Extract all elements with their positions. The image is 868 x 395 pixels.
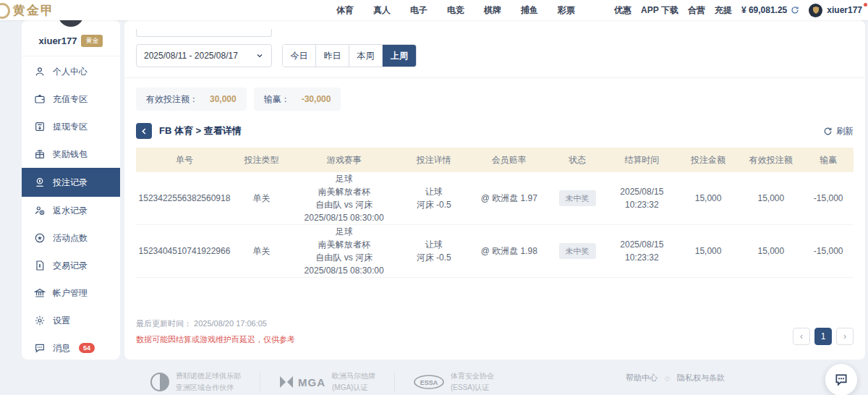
chevron-down-icon	[255, 51, 264, 60]
settle-clock: 10:23:32	[625, 252, 659, 263]
quick-this-week-button[interactable]: 本周	[349, 45, 383, 67]
cell-member-odds: @ 欧洲盘 1.97	[469, 192, 548, 205]
mga-logo-text: MGA	[298, 376, 326, 388]
refresh-balance-icon[interactable]	[791, 6, 799, 14]
sidebar-item-label: 奖励钱包	[53, 148, 88, 161]
privacy-terms-link[interactable]: 隐私权与条款	[677, 373, 725, 383]
link-app-download[interactable]: APP 下载	[641, 4, 678, 17]
chat-button[interactable]	[825, 364, 857, 395]
nav-item-slots[interactable]: 电子	[410, 4, 427, 17]
chevron-left-icon	[140, 127, 149, 136]
cell-status: 未中奖	[548, 190, 605, 207]
quick-yesterday-button[interactable]: 昨日	[316, 45, 349, 67]
nav-item-sports[interactable]: 体育	[336, 4, 354, 17]
date-range-select[interactable]: 2025/08/11 - 2025/08/17	[136, 44, 272, 67]
nav-item-fishing[interactable]: 捕鱼	[521, 4, 538, 17]
cell-bet-type: 单关	[233, 192, 290, 205]
help-center-link[interactable]: 帮助中心	[626, 373, 658, 383]
gear-icon	[34, 315, 46, 326]
filter-row: 2025/08/11 - 2025/08/17 今日 昨日 本周 上周	[136, 44, 854, 67]
date-range-value: 2025/08/11 - 2025/08/17	[144, 51, 238, 61]
sidebar-item-reward-wallet[interactable]: 奖励钱包	[22, 140, 120, 168]
quick-today-button[interactable]: 今日	[283, 45, 316, 67]
nav-item-live[interactable]: 真人	[373, 4, 391, 17]
cell-settle-time: 2025/08/15 10:23:32	[606, 185, 678, 211]
message-count-badge: 54	[79, 343, 95, 353]
avatar	[809, 4, 822, 17]
sidebar-item-settings[interactable]: 设置	[22, 307, 120, 334]
platform-select-cutoff[interactable]	[136, 29, 272, 37]
sidebar-item-rebate-records[interactable]: 返水记录	[22, 197, 120, 224]
cert-text: 欧洲马尔他牌 (MGA)认证	[332, 370, 375, 394]
col-bet-detail: 投注详情	[398, 154, 469, 166]
sidebar-item-activity-points[interactable]: 活动点数	[22, 224, 120, 252]
valid-bet-label: 有效投注额：	[146, 93, 198, 106]
cert-feyenoord: 费耶诺德足球俱乐部 亚洲区域合作伙伴	[150, 370, 241, 394]
cell-game-event: 足球 南美解放者杯 自由队 vs 河床 2025/08/15 08:30:00	[290, 172, 398, 224]
user-menu[interactable]: xiuer177	[809, 4, 862, 17]
vip-level-badge: 黄金	[81, 35, 103, 47]
event-teams: 自由队 vs 河床	[315, 252, 373, 263]
sidebar-item-messages[interactable]: 消息 54	[22, 334, 120, 360]
essa-logo-icon: ESSA	[414, 375, 444, 389]
sidebar-item-personal-center[interactable]: 个人中心	[22, 58, 120, 85]
balance-display[interactable]: ¥ 69,081.25	[741, 5, 799, 15]
cell-bet-amount: 15,000	[678, 192, 739, 205]
sidebar-item-deposit[interactable]: 充值专区	[22, 85, 120, 113]
page-1-button[interactable]: 1	[814, 328, 832, 345]
sidebar-item-account-management[interactable]: 帐户管理	[22, 279, 120, 307]
site-logo[interactable]: 黄金甲	[4, 2, 54, 19]
event-league: 南美解放者杯	[318, 187, 370, 197]
cert-separator	[260, 372, 260, 392]
quick-date-group: 今日 昨日 本周 上周	[282, 44, 417, 67]
cert-line1: 费耶诺德足球俱乐部	[176, 372, 241, 380]
refresh-label: 刷新	[836, 125, 854, 137]
user-icon	[34, 66, 46, 77]
nav-item-esports[interactable]: 电竞	[447, 4, 464, 17]
col-bet-amount: 投注金额	[678, 154, 739, 166]
header-right: 优惠 APP 下载 合营 充提 ¥ 69,081.25 xiuer177	[614, 0, 862, 20]
sidebar-item-transaction-records[interactable]: 交易记录	[22, 252, 120, 279]
main-nav: 体育 真人 电子 电竞 棋牌 捕鱼 彩票	[336, 0, 575, 20]
cell-winloss: -15,000	[803, 192, 853, 205]
back-button[interactable]	[136, 123, 152, 139]
cert-logos: 费耶诺德足球俱乐部 亚洲区域合作伙伴 MGA 欧洲马尔他牌 (MGA)认证 ES…	[150, 370, 494, 394]
link-deposit-withdraw[interactable]: 充提	[715, 4, 732, 17]
cell-settle-time: 2025/08/15 10:23:32	[606, 238, 678, 264]
cert-essa: ESSA 体育安全协会 (ESSA)认证	[414, 370, 494, 394]
link-promos[interactable]: 优惠	[614, 4, 631, 17]
sidebar-user-section: xiuer177 黄金	[22, 20, 120, 56]
sidebar-menu: 个人中心 充值专区 提现专区 奖励钱包 投注记录 返水记录	[22, 56, 120, 360]
sidebar-username: xiuer177	[39, 35, 77, 46]
status-badge: 未中奖	[559, 243, 596, 260]
chat-bubble-icon	[834, 373, 848, 387]
sidebar-item-label: 交易记录	[53, 260, 88, 272]
col-order-id: 单号	[136, 154, 233, 166]
bank-icon	[34, 287, 46, 299]
quick-last-week-button[interactable]: 上周	[383, 45, 416, 67]
sidebar-item-bet-records[interactable]: 投注记录	[22, 168, 120, 197]
cert-line2: (ESSA)认证	[451, 383, 489, 391]
prev-page-button[interactable]: ‹	[793, 328, 810, 345]
event-teams: 自由队 vs 河床	[315, 200, 373, 210]
sidebar-item-withdraw[interactable]: 提现专区	[22, 113, 120, 140]
refresh-button[interactable]: 刷新	[823, 125, 854, 137]
next-page-button[interactable]: ›	[836, 328, 854, 345]
delay-warning-text: 数据可能因结算或游戏维护而延迟，仅供参考	[136, 334, 295, 345]
cell-bet-detail: 让球 河床 -0.5	[398, 238, 469, 264]
note-block: 最后更新时间： 2025/08/20 17:06:05 数据可能因结算或游戏维护…	[136, 318, 295, 345]
winloss-label: 输赢：	[264, 93, 290, 106]
nav-item-cards[interactable]: 棋牌	[484, 4, 501, 17]
mga-logo-icon: MGA	[279, 375, 326, 389]
nav-item-lottery[interactable]: 彩票	[558, 4, 575, 17]
table-row[interactable]: 1523404510741922966 单关 足球 南美解放者杯 自由队 vs …	[136, 225, 854, 278]
star-circle-icon	[34, 232, 46, 244]
link-affiliate[interactable]: 合营	[688, 4, 705, 17]
sidebar-item-label: 活动点数	[53, 232, 88, 245]
footer-note-row: 最后更新时间： 2025/08/20 17:06:05 数据可能因结算或游戏维护…	[136, 318, 854, 345]
pagination: ‹ 1 ›	[793, 328, 854, 345]
table-row[interactable]: 1523422556382560918 单关 足球 南美解放者杯 自由队 vs …	[136, 172, 854, 225]
logo-text: 黄金甲	[13, 2, 54, 19]
settle-date: 2025/08/15	[620, 239, 663, 250]
status-badge: 未中奖	[559, 190, 596, 207]
